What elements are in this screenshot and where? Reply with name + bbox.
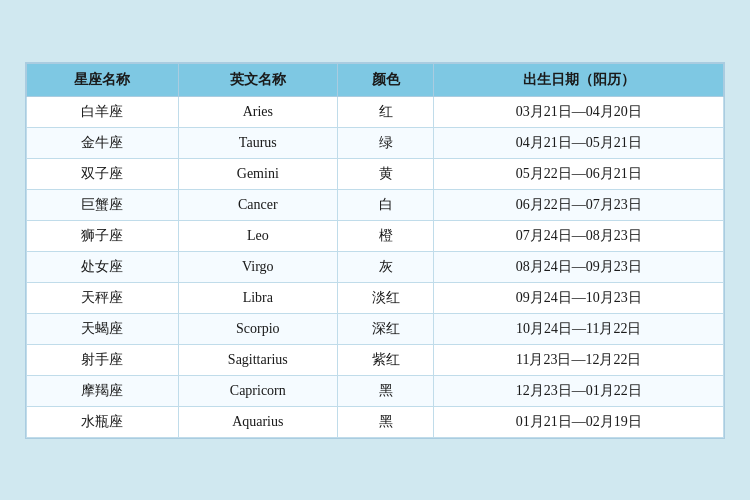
zodiac-table-container: 星座名称 英文名称 颜色 出生日期（阳历） 白羊座Aries红03月21日—04… (25, 62, 725, 439)
cell-color: 淡红 (337, 282, 434, 313)
cell-english-name: Scorpio (178, 313, 337, 344)
header-dates: 出生日期（阳历） (434, 63, 724, 96)
table-body: 白羊座Aries红03月21日—04月20日金牛座Taurus绿04月21日—0… (27, 96, 724, 437)
cell-dates: 11月23日—12月22日 (434, 344, 724, 375)
table-row: 双子座Gemini黄05月22日—06月21日 (27, 158, 724, 189)
cell-english-name: Taurus (178, 127, 337, 158)
cell-dates: 04月21日—05月21日 (434, 127, 724, 158)
cell-chinese-name: 天蝎座 (27, 313, 179, 344)
table-row: 水瓶座Aquarius黑01月21日—02月19日 (27, 406, 724, 437)
table-row: 狮子座Leo橙07月24日—08月23日 (27, 220, 724, 251)
cell-dates: 09月24日—10月23日 (434, 282, 724, 313)
cell-dates: 01月21日—02月19日 (434, 406, 724, 437)
cell-dates: 03月21日—04月20日 (434, 96, 724, 127)
cell-chinese-name: 水瓶座 (27, 406, 179, 437)
cell-dates: 06月22日—07月23日 (434, 189, 724, 220)
cell-color: 红 (337, 96, 434, 127)
header-english-name: 英文名称 (178, 63, 337, 96)
cell-chinese-name: 白羊座 (27, 96, 179, 127)
table-row: 天蝎座Scorpio深红10月24日—11月22日 (27, 313, 724, 344)
cell-dates: 08月24日—09月23日 (434, 251, 724, 282)
cell-chinese-name: 巨蟹座 (27, 189, 179, 220)
cell-chinese-name: 双子座 (27, 158, 179, 189)
cell-dates: 07月24日—08月23日 (434, 220, 724, 251)
cell-color: 白 (337, 189, 434, 220)
cell-color: 灰 (337, 251, 434, 282)
cell-english-name: Aries (178, 96, 337, 127)
cell-chinese-name: 射手座 (27, 344, 179, 375)
cell-english-name: Gemini (178, 158, 337, 189)
cell-color: 黄 (337, 158, 434, 189)
table-header-row: 星座名称 英文名称 颜色 出生日期（阳历） (27, 63, 724, 96)
cell-chinese-name: 狮子座 (27, 220, 179, 251)
table-row: 金牛座Taurus绿04月21日—05月21日 (27, 127, 724, 158)
cell-dates: 05月22日—06月21日 (434, 158, 724, 189)
table-row: 巨蟹座Cancer白06月22日—07月23日 (27, 189, 724, 220)
header-color: 颜色 (337, 63, 434, 96)
table-row: 摩羯座Capricorn黑12月23日—01月22日 (27, 375, 724, 406)
cell-english-name: Cancer (178, 189, 337, 220)
cell-color: 绿 (337, 127, 434, 158)
zodiac-table: 星座名称 英文名称 颜色 出生日期（阳历） 白羊座Aries红03月21日—04… (26, 63, 724, 438)
cell-color: 黑 (337, 406, 434, 437)
cell-chinese-name: 摩羯座 (27, 375, 179, 406)
cell-color: 橙 (337, 220, 434, 251)
cell-english-name: Libra (178, 282, 337, 313)
table-row: 射手座Sagittarius紫红11月23日—12月22日 (27, 344, 724, 375)
cell-color: 黑 (337, 375, 434, 406)
cell-english-name: Sagittarius (178, 344, 337, 375)
header-chinese-name: 星座名称 (27, 63, 179, 96)
table-row: 处女座Virgo灰08月24日—09月23日 (27, 251, 724, 282)
cell-chinese-name: 天秤座 (27, 282, 179, 313)
cell-english-name: Capricorn (178, 375, 337, 406)
cell-color: 深红 (337, 313, 434, 344)
cell-english-name: Virgo (178, 251, 337, 282)
cell-english-name: Leo (178, 220, 337, 251)
cell-color: 紫红 (337, 344, 434, 375)
cell-dates: 12月23日—01月22日 (434, 375, 724, 406)
table-row: 白羊座Aries红03月21日—04月20日 (27, 96, 724, 127)
cell-chinese-name: 金牛座 (27, 127, 179, 158)
table-row: 天秤座Libra淡红09月24日—10月23日 (27, 282, 724, 313)
cell-dates: 10月24日—11月22日 (434, 313, 724, 344)
cell-chinese-name: 处女座 (27, 251, 179, 282)
cell-english-name: Aquarius (178, 406, 337, 437)
